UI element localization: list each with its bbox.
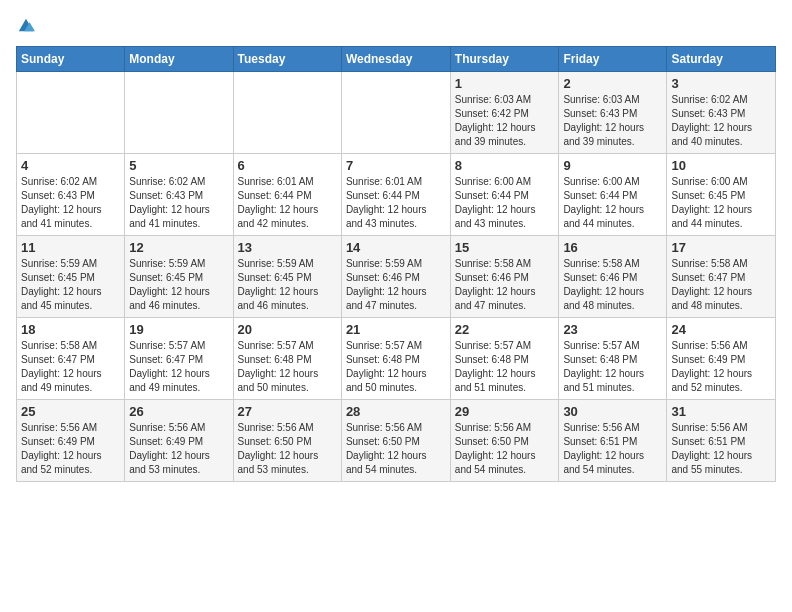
day-info: Sunrise: 5:57 AM Sunset: 6:48 PM Dayligh… — [346, 339, 446, 395]
weekday-header-friday: Friday — [559, 47, 667, 72]
day-info: Sunrise: 5:58 AM Sunset: 6:47 PM Dayligh… — [671, 257, 771, 313]
calendar-cell: 26Sunrise: 5:56 AM Sunset: 6:49 PM Dayli… — [125, 400, 233, 482]
day-info: Sunrise: 5:57 AM Sunset: 6:48 PM Dayligh… — [563, 339, 662, 395]
weekday-header-wednesday: Wednesday — [341, 47, 450, 72]
calendar-cell: 8Sunrise: 6:00 AM Sunset: 6:44 PM Daylig… — [450, 154, 559, 236]
day-number: 1 — [455, 76, 555, 91]
day-info: Sunrise: 5:56 AM Sunset: 6:49 PM Dayligh… — [21, 421, 120, 477]
calendar-cell: 31Sunrise: 5:56 AM Sunset: 6:51 PM Dayli… — [667, 400, 776, 482]
day-info: Sunrise: 6:00 AM Sunset: 6:44 PM Dayligh… — [455, 175, 555, 231]
day-info: Sunrise: 6:03 AM Sunset: 6:42 PM Dayligh… — [455, 93, 555, 149]
day-info: Sunrise: 5:56 AM Sunset: 6:50 PM Dayligh… — [455, 421, 555, 477]
calendar-cell: 24Sunrise: 5:56 AM Sunset: 6:49 PM Dayli… — [667, 318, 776, 400]
calendar-cell: 2Sunrise: 6:03 AM Sunset: 6:43 PM Daylig… — [559, 72, 667, 154]
calendar-cell: 10Sunrise: 6:00 AM Sunset: 6:45 PM Dayli… — [667, 154, 776, 236]
calendar-header-row: SundayMondayTuesdayWednesdayThursdayFrid… — [17, 47, 776, 72]
day-number: 19 — [129, 322, 228, 337]
weekday-header-saturday: Saturday — [667, 47, 776, 72]
day-number: 5 — [129, 158, 228, 173]
calendar-cell: 7Sunrise: 6:01 AM Sunset: 6:44 PM Daylig… — [341, 154, 450, 236]
logo — [16, 16, 35, 34]
calendar-week-row: 18Sunrise: 5:58 AM Sunset: 6:47 PM Dayli… — [17, 318, 776, 400]
day-number: 27 — [238, 404, 337, 419]
day-info: Sunrise: 5:57 AM Sunset: 6:47 PM Dayligh… — [129, 339, 228, 395]
calendar-cell: 25Sunrise: 5:56 AM Sunset: 6:49 PM Dayli… — [17, 400, 125, 482]
day-info: Sunrise: 6:00 AM Sunset: 6:44 PM Dayligh… — [563, 175, 662, 231]
calendar-cell: 20Sunrise: 5:57 AM Sunset: 6:48 PM Dayli… — [233, 318, 341, 400]
day-number: 12 — [129, 240, 228, 255]
day-number: 26 — [129, 404, 228, 419]
day-number: 7 — [346, 158, 446, 173]
day-info: Sunrise: 5:57 AM Sunset: 6:48 PM Dayligh… — [455, 339, 555, 395]
calendar-cell: 23Sunrise: 5:57 AM Sunset: 6:48 PM Dayli… — [559, 318, 667, 400]
weekday-header-monday: Monday — [125, 47, 233, 72]
day-number: 23 — [563, 322, 662, 337]
day-info: Sunrise: 5:58 AM Sunset: 6:46 PM Dayligh… — [563, 257, 662, 313]
calendar-cell: 22Sunrise: 5:57 AM Sunset: 6:48 PM Dayli… — [450, 318, 559, 400]
day-number: 21 — [346, 322, 446, 337]
calendar-cell: 16Sunrise: 5:58 AM Sunset: 6:46 PM Dayli… — [559, 236, 667, 318]
day-number: 11 — [21, 240, 120, 255]
calendar-cell: 11Sunrise: 5:59 AM Sunset: 6:45 PM Dayli… — [17, 236, 125, 318]
calendar-cell: 17Sunrise: 5:58 AM Sunset: 6:47 PM Dayli… — [667, 236, 776, 318]
calendar-cell — [341, 72, 450, 154]
day-info: Sunrise: 5:58 AM Sunset: 6:47 PM Dayligh… — [21, 339, 120, 395]
page-header — [16, 16, 776, 34]
calendar-cell: 27Sunrise: 5:56 AM Sunset: 6:50 PM Dayli… — [233, 400, 341, 482]
calendar-week-row: 11Sunrise: 5:59 AM Sunset: 6:45 PM Dayli… — [17, 236, 776, 318]
day-number: 29 — [455, 404, 555, 419]
calendar-cell: 30Sunrise: 5:56 AM Sunset: 6:51 PM Dayli… — [559, 400, 667, 482]
day-info: Sunrise: 5:56 AM Sunset: 6:51 PM Dayligh… — [671, 421, 771, 477]
calendar-cell: 4Sunrise: 6:02 AM Sunset: 6:43 PM Daylig… — [17, 154, 125, 236]
calendar-cell — [125, 72, 233, 154]
calendar-cell — [17, 72, 125, 154]
day-info: Sunrise: 6:03 AM Sunset: 6:43 PM Dayligh… — [563, 93, 662, 149]
calendar-week-row: 25Sunrise: 5:56 AM Sunset: 6:49 PM Dayli… — [17, 400, 776, 482]
calendar-cell: 28Sunrise: 5:56 AM Sunset: 6:50 PM Dayli… — [341, 400, 450, 482]
day-info: Sunrise: 6:02 AM Sunset: 6:43 PM Dayligh… — [671, 93, 771, 149]
calendar-cell: 19Sunrise: 5:57 AM Sunset: 6:47 PM Dayli… — [125, 318, 233, 400]
day-number: 28 — [346, 404, 446, 419]
day-number: 14 — [346, 240, 446, 255]
day-number: 3 — [671, 76, 771, 91]
calendar-cell — [233, 72, 341, 154]
day-info: Sunrise: 5:59 AM Sunset: 6:45 PM Dayligh… — [238, 257, 337, 313]
day-number: 8 — [455, 158, 555, 173]
calendar-cell: 29Sunrise: 5:56 AM Sunset: 6:50 PM Dayli… — [450, 400, 559, 482]
day-info: Sunrise: 5:56 AM Sunset: 6:51 PM Dayligh… — [563, 421, 662, 477]
calendar-cell: 9Sunrise: 6:00 AM Sunset: 6:44 PM Daylig… — [559, 154, 667, 236]
day-info: Sunrise: 6:01 AM Sunset: 6:44 PM Dayligh… — [346, 175, 446, 231]
day-number: 15 — [455, 240, 555, 255]
day-number: 31 — [671, 404, 771, 419]
day-number: 25 — [21, 404, 120, 419]
calendar-cell: 12Sunrise: 5:59 AM Sunset: 6:45 PM Dayli… — [125, 236, 233, 318]
calendar-cell: 13Sunrise: 5:59 AM Sunset: 6:45 PM Dayli… — [233, 236, 341, 318]
calendar-cell: 6Sunrise: 6:01 AM Sunset: 6:44 PM Daylig… — [233, 154, 341, 236]
day-number: 17 — [671, 240, 771, 255]
calendar-cell: 14Sunrise: 5:59 AM Sunset: 6:46 PM Dayli… — [341, 236, 450, 318]
logo-icon — [17, 16, 35, 34]
day-number: 13 — [238, 240, 337, 255]
day-number: 6 — [238, 158, 337, 173]
calendar-week-row: 4Sunrise: 6:02 AM Sunset: 6:43 PM Daylig… — [17, 154, 776, 236]
day-number: 2 — [563, 76, 662, 91]
day-info: Sunrise: 5:56 AM Sunset: 6:50 PM Dayligh… — [238, 421, 337, 477]
day-number: 16 — [563, 240, 662, 255]
calendar-cell: 18Sunrise: 5:58 AM Sunset: 6:47 PM Dayli… — [17, 318, 125, 400]
weekday-header-sunday: Sunday — [17, 47, 125, 72]
day-info: Sunrise: 5:57 AM Sunset: 6:48 PM Dayligh… — [238, 339, 337, 395]
day-info: Sunrise: 6:00 AM Sunset: 6:45 PM Dayligh… — [671, 175, 771, 231]
day-info: Sunrise: 5:56 AM Sunset: 6:50 PM Dayligh… — [346, 421, 446, 477]
day-number: 18 — [21, 322, 120, 337]
day-info: Sunrise: 6:02 AM Sunset: 6:43 PM Dayligh… — [129, 175, 228, 231]
calendar-week-row: 1Sunrise: 6:03 AM Sunset: 6:42 PM Daylig… — [17, 72, 776, 154]
day-number: 24 — [671, 322, 771, 337]
day-number: 9 — [563, 158, 662, 173]
day-info: Sunrise: 5:59 AM Sunset: 6:45 PM Dayligh… — [21, 257, 120, 313]
day-number: 30 — [563, 404, 662, 419]
day-info: Sunrise: 5:56 AM Sunset: 6:49 PM Dayligh… — [129, 421, 228, 477]
day-number: 4 — [21, 158, 120, 173]
calendar-cell: 15Sunrise: 5:58 AM Sunset: 6:46 PM Dayli… — [450, 236, 559, 318]
weekday-header-tuesday: Tuesday — [233, 47, 341, 72]
day-info: Sunrise: 6:02 AM Sunset: 6:43 PM Dayligh… — [21, 175, 120, 231]
